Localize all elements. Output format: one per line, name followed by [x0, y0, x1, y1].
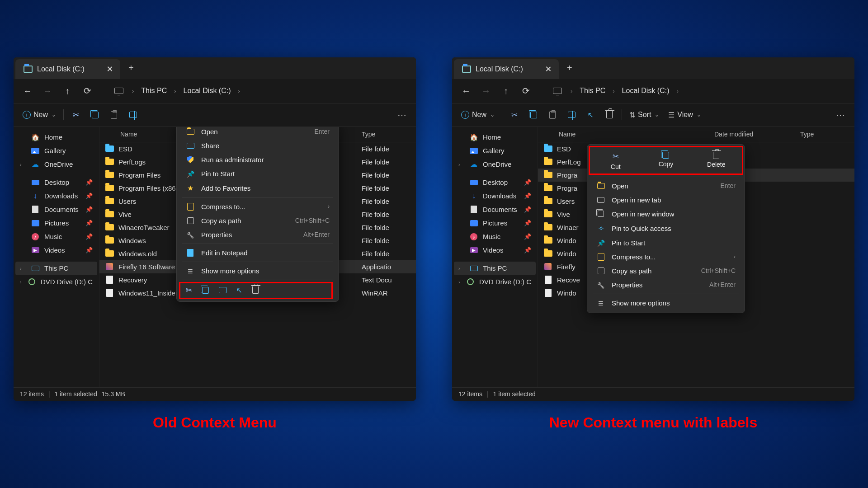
ctx-item-pin-to-quick-access[interactable]: Pin to Quick access: [590, 221, 742, 236]
ctx-item-properties[interactable]: PropertiesAlt+Enter: [179, 228, 336, 242]
ctx-item-label: Open: [612, 182, 628, 190]
delete-button[interactable]: [601, 107, 618, 123]
sidebar-pictures[interactable]: Pictures📌: [454, 216, 536, 230]
crumb-local-disk[interactable]: Local Disk (C:): [619, 87, 672, 95]
folder-icon: [105, 198, 114, 204]
new-button[interactable]: New: [458, 107, 498, 123]
col-type[interactable]: Type: [800, 131, 854, 138]
crumb-root-icon[interactable]: [549, 82, 566, 99]
sidebar-home[interactable]: Home: [454, 131, 536, 144]
ctx-item-run-as-administrator[interactable]: Run as administrator: [179, 153, 336, 167]
crumb-this-pc[interactable]: This PC: [138, 87, 170, 95]
scissors-icon[interactable]: [186, 286, 192, 295]
ctx-item-open[interactable]: OpenEnter: [179, 127, 336, 139]
copypath-ic: [187, 217, 194, 224]
arrow-right-icon: [43, 86, 52, 96]
sidebar-downloads[interactable]: Downloads📌: [454, 189, 536, 203]
sidebar-videos[interactable]: Videos📌: [454, 244, 536, 257]
ctx-copy-button[interactable]: Copy: [642, 150, 689, 172]
crumb-root-icon[interactable]: [110, 82, 127, 99]
ctx-item-add-to-favorites[interactable]: Add to Favorites: [179, 181, 336, 196]
tab-local-disk[interactable]: Local Disk (C:): [15, 59, 120, 79]
sidebar-downloads[interactable]: Downloads📌: [15, 189, 97, 203]
back-button[interactable]: [19, 82, 36, 99]
ctx-item-copy-as-path[interactable]: Copy as pathCtrl+Shift+C: [179, 214, 336, 228]
ctx-item-copy-as-path[interactable]: Copy as pathCtrl+Shift+C: [590, 264, 742, 278]
back-button[interactable]: [458, 82, 475, 99]
new-tab-button[interactable]: [120, 57, 142, 79]
col-type[interactable]: Type: [362, 131, 416, 138]
menu-separator: [182, 280, 333, 280]
rename-button[interactable]: [563, 107, 580, 123]
ctx-item-open-in-new-window[interactable]: Open in new window: [590, 207, 742, 221]
sidebar-pictures[interactable]: Pictures📌: [15, 216, 97, 230]
ctx-delete-button[interactable]: Delete: [693, 150, 740, 172]
ctx-item-open[interactable]: OpenEnter: [590, 179, 742, 193]
sort-button[interactable]: Sort: [626, 107, 663, 123]
sidebar-documents[interactable]: Documents📌: [15, 203, 97, 216]
ctx-item-properties[interactable]: PropertiesAlt+Enter: [590, 278, 742, 292]
sidebar-this-pc[interactable]: ›This PC: [454, 262, 536, 275]
crumb-local-disk[interactable]: Local Disk (C:): [181, 87, 234, 95]
more-button[interactable]: [832, 107, 849, 123]
sidebar-onedrive[interactable]: ›OneDrive: [454, 158, 536, 171]
ctx-item-show-more-options[interactable]: Show more options: [179, 264, 336, 278]
sidebar-music[interactable]: Music📌: [15, 230, 97, 244]
close-icon[interactable]: [546, 66, 551, 71]
ctx-item-edit-in-notepad[interactable]: Edit in Notepad: [179, 246, 336, 260]
tab-local-disk[interactable]: Local Disk (C:): [454, 59, 559, 79]
refresh-button[interactable]: [79, 82, 96, 99]
close-icon[interactable]: [107, 66, 112, 71]
rename-icon[interactable]: [219, 287, 226, 293]
crumb-this-pc[interactable]: This PC: [577, 87, 608, 95]
ctx-cut-button[interactable]: Cut: [592, 150, 639, 172]
col-name[interactable]: Name: [538, 131, 714, 138]
up-button[interactable]: [497, 82, 514, 99]
up-button[interactable]: [59, 82, 76, 99]
sidebar-onedrive[interactable]: ›OneDrive: [15, 158, 97, 171]
view-button[interactable]: View: [665, 107, 704, 123]
copy-button[interactable]: [86, 107, 104, 123]
desktop-icon: [470, 180, 478, 185]
col-date[interactable]: Date modified: [714, 131, 800, 138]
sidebar-dvd[interactable]: ›DVD Drive (D:) C: [454, 275, 536, 289]
ctx-item-pin-to-start[interactable]: Pin to Start: [590, 236, 742, 250]
sidebar-home[interactable]: Home: [15, 131, 97, 144]
trash-icon[interactable]: [252, 286, 259, 294]
refresh-button[interactable]: [517, 82, 534, 99]
file-type: File folde: [362, 211, 416, 218]
open-ic: [597, 183, 605, 189]
ctx-item-pin-to-start[interactable]: Pin to Start: [179, 167, 336, 181]
ctx-item-compress-to-[interactable]: Compress to...›: [179, 200, 336, 214]
copy-button[interactable]: [525, 107, 542, 123]
forward-button[interactable]: [477, 82, 495, 99]
forward-button[interactable]: [39, 82, 56, 99]
sidebar-gallery[interactable]: Gallery: [15, 144, 97, 158]
ctx-item-compress-to-[interactable]: Compress to...›: [590, 250, 742, 264]
copy-icon[interactable]: [202, 287, 209, 294]
sidebar-music[interactable]: Music📌: [454, 230, 536, 244]
cut-button[interactable]: [67, 107, 85, 123]
share-button[interactable]: [582, 107, 599, 123]
new-tab-button[interactable]: [559, 57, 580, 79]
share-icon[interactable]: [236, 286, 242, 295]
ctx-item-show-more-options[interactable]: Show more options: [590, 296, 742, 310]
sidebar-this-pc[interactable]: ›This PC: [15, 262, 97, 275]
new-button[interactable]: New: [19, 107, 60, 123]
sidebar-videos[interactable]: Videos📌: [15, 244, 97, 257]
more-button[interactable]: [393, 107, 410, 123]
rename-button[interactable]: [124, 107, 142, 123]
sidebar-dvd[interactable]: ›DVD Drive (D:) C: [15, 275, 97, 289]
ctx-item-open-in-new-tab[interactable]: Open in new tab: [590, 193, 742, 207]
paste-button[interactable]: [105, 107, 123, 123]
sidebar-desktop[interactable]: Desktop📌: [15, 176, 97, 189]
toolbar: New Sort View: [452, 103, 854, 127]
sidebar-gallery[interactable]: Gallery: [454, 144, 536, 158]
sidebar-documents[interactable]: Documents📌: [454, 203, 536, 216]
paste-button[interactable]: [544, 107, 561, 123]
sidebar-desktop[interactable]: Desktop📌: [454, 176, 536, 189]
new-label: New: [472, 111, 486, 119]
ctx-item-share[interactable]: Share: [179, 139, 336, 153]
cut-button[interactable]: [506, 107, 523, 123]
pin-icon: 📌: [524, 233, 531, 240]
